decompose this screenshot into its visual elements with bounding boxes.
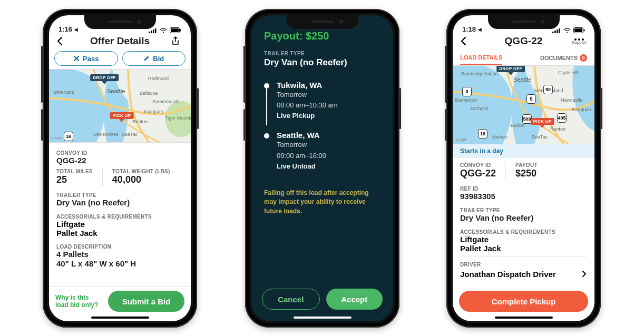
- phone-load-details: 1:18 ◂ QGG-22 Support LOAD DETAILS DOCUM: [446, 9, 601, 328]
- support-caption: Support: [572, 40, 587, 45]
- label-accessorials: ACCESSORIALS & REQUIREMENTS: [56, 214, 183, 220]
- navbar: QGG-22 Support: [453, 34, 594, 49]
- pencil-icon: [143, 55, 150, 62]
- notch: [287, 15, 358, 29]
- value-accessorial: Liftgate: [56, 220, 183, 229]
- pass-button[interactable]: Pass: [54, 51, 118, 66]
- map-pin-dropoff: DROP OFF: [496, 65, 525, 75]
- label-driver: DRIVER: [460, 262, 587, 268]
- driver-row[interactable]: Jonathan Dispatch Driver: [460, 270, 587, 279]
- pickup-label: PICK UP: [531, 118, 554, 125]
- svg-rect-0: [149, 32, 150, 33]
- documents-count-badge: 0: [580, 54, 587, 62]
- complete-pickup-button[interactable]: Complete Pickup: [459, 291, 588, 312]
- value-accessorial: Pallet Jack: [56, 229, 183, 238]
- label-total-miles: TOTAL MILES: [56, 169, 93, 174]
- stops-list: Tukwila, WA Tomorrow 08:00 am–10:30 am L…: [264, 81, 380, 181]
- route-map[interactable]: Silverdale Seattle Redmond Bellevue Samm…: [49, 69, 191, 143]
- wifi-icon: [563, 28, 571, 33]
- stop-window: 09:00 am–16:00: [277, 151, 326, 161]
- stop-dot-icon: [264, 133, 269, 139]
- svg-rect-14: [574, 28, 582, 32]
- submit-bid-label: Submit a Bid: [122, 297, 171, 306]
- stop-type: Live Pickup: [277, 111, 338, 121]
- share-icon[interactable]: [171, 36, 180, 46]
- value-trailer-type: Dry Van (no Reefer): [264, 57, 380, 68]
- route-shield-icon: 16: [64, 132, 73, 141]
- label-trailer-type: TRAILER TYPE: [460, 207, 587, 213]
- value-convoy-id: QGG-22: [56, 156, 183, 165]
- map-legal[interactable]: Legal: [52, 135, 63, 140]
- back-icon[interactable]: [460, 36, 467, 46]
- payout-value: $250: [306, 30, 329, 42]
- home-indicator: [294, 317, 352, 319]
- support-button[interactable]: Support: [571, 38, 587, 45]
- bid-button[interactable]: Bid: [122, 51, 186, 66]
- status-icons: [552, 27, 585, 33]
- complete-pickup-label: Complete Pickup: [492, 297, 556, 306]
- battery-icon: [573, 27, 585, 33]
- stop-pickup: Tukwila, WA Tomorrow 08:00 am–10:30 am L…: [264, 81, 380, 131]
- map-legal[interactable]: Legal: [456, 137, 466, 142]
- bid-button-label: Bid: [153, 55, 164, 63]
- value-load-desc-1: 4 Pallets: [56, 250, 183, 259]
- payout-label: Payout:: [264, 30, 303, 42]
- route-shield-icon: 16: [478, 129, 487, 139]
- map-city-label: Bainbridge Island: [461, 71, 498, 76]
- route-map[interactable]: Bainbridge Island Seattle Clyde Hill Mer…: [453, 65, 594, 144]
- svg-rect-15: [584, 29, 585, 32]
- svg-rect-11: [557, 29, 558, 33]
- map-city-label: Tiger Mountain State Forest: [165, 116, 186, 121]
- signal-icon: [552, 28, 561, 33]
- route-shield-icon: 3: [462, 87, 472, 96]
- svg-rect-2: [153, 29, 154, 33]
- label-convoy-id: CONVOY ID: [460, 162, 496, 168]
- value-convoy-id: QGG-22: [460, 168, 496, 180]
- pass-button-label: Pass: [83, 55, 99, 63]
- wifi-icon: [160, 28, 167, 33]
- stop-type: Live Unload: [277, 161, 326, 172]
- accept-button-label: Accept: [341, 295, 367, 304]
- label-trailer-type: TRAILER TYPE: [264, 51, 380, 56]
- stop-dot-icon: [264, 83, 269, 88]
- status-icons: [149, 27, 181, 33]
- value-total-miles: 25: [56, 174, 93, 186]
- offer-detail-body: CONVOY ID QGG-22 TOTAL MILES 25 TOTAL WE…: [49, 143, 191, 286]
- map-city-label: Burien: [511, 123, 524, 128]
- svg-rect-3: [155, 28, 157, 33]
- notch: [84, 15, 156, 29]
- cancel-button-label: Cancel: [278, 295, 304, 304]
- map-city-label: Orchard: [471, 106, 488, 111]
- submit-bid-button[interactable]: Submit a Bid: [108, 291, 184, 312]
- stop-dropoff: Seattle, WA Tomorrow 09:00 am–16:00 Live…: [264, 131, 380, 181]
- pickup-label: PICK UP: [110, 112, 134, 119]
- label-convoy-id: CONVOY ID: [56, 150, 183, 156]
- battery-icon: [170, 27, 181, 33]
- label-total-weight: TOTAL WEIGHT (LBS): [112, 169, 170, 174]
- value-payout: $250: [515, 168, 538, 180]
- tab-load-details[interactable]: LOAD DETAILS: [460, 54, 502, 65]
- label-trailer-type: TRAILER TYPE: [56, 192, 183, 198]
- map-city-label: Vashon: [492, 134, 508, 140]
- tab-documents[interactable]: DOCUMENTS 0: [540, 54, 587, 65]
- route-shield-icon: 90: [543, 85, 553, 94]
- bid-only-link[interactable]: Why is this load bid only?: [55, 294, 103, 309]
- map-city-label: Des Moines: [93, 132, 119, 137]
- back-icon[interactable]: [56, 36, 64, 46]
- label-payout: PAYOUT: [515, 162, 538, 168]
- phone-offer-details: 1:16 ◂ Offer Details Pass Bid: [43, 9, 197, 328]
- dropoff-label: DROP OFF: [496, 65, 525, 72]
- signal-icon: [149, 28, 157, 33]
- accept-button[interactable]: Accept: [326, 289, 383, 310]
- stop-day: Tomorrow: [277, 90, 338, 100]
- page-title: Offer Details: [90, 35, 150, 47]
- footer: Why is this load bid only? Submit a Bid: [49, 286, 191, 321]
- map-city-label: Newcastle: [561, 97, 583, 103]
- svg-rect-5: [171, 28, 179, 32]
- cancel-button[interactable]: Cancel: [262, 289, 320, 310]
- label-ref-id: REF ID: [460, 186, 587, 192]
- stop-window: 08:00 am–10:30 am: [277, 100, 338, 111]
- value-trailer-type: Dry Van (no Reefer): [56, 198, 183, 207]
- map-city-label: Issaquah: [144, 109, 163, 114]
- screen: Payout: $250 TRAILER TYPE Dry Van (no Re…: [251, 15, 393, 321]
